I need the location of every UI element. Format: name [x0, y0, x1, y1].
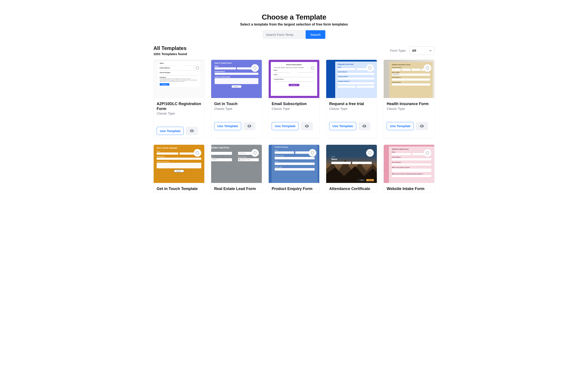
preview-button[interactable]	[243, 122, 255, 130]
favorite-button[interactable]	[424, 149, 431, 157]
heart-icon	[310, 66, 315, 70]
heart-icon	[310, 151, 315, 155]
template-thumbnail: Name Email Address Phone Number Consent …	[154, 60, 204, 98]
preview-button[interactable]	[416, 122, 428, 130]
favorite-button[interactable]	[309, 149, 316, 157]
preview-button[interactable]	[186, 127, 198, 135]
template-title: Get in Touch	[214, 102, 259, 106]
favorite-button[interactable]	[194, 64, 201, 72]
mock-label: Name	[275, 150, 315, 151]
mock-heading: Name	[331, 158, 372, 160]
template-type: Classic Type	[329, 107, 374, 110]
mock-label: Business Email	[275, 155, 315, 156]
preview-button[interactable]	[358, 122, 370, 130]
eye-icon	[420, 124, 424, 128]
chevron-down-icon	[429, 49, 432, 52]
favorite-button[interactable]	[424, 64, 431, 72]
mock-label: Email Address	[392, 156, 431, 158]
eye-icon	[362, 124, 367, 128]
mock-label: Phone Number	[392, 162, 431, 163]
mock-label: ess	[211, 156, 232, 158]
mock-heading: Get in Touch Form	[215, 62, 258, 64]
template-thumbnail: Product Enquiry Name Business Email Phon…	[269, 145, 319, 183]
template-card: Request a free trial Name Email Address*…	[326, 60, 377, 138]
heart-icon	[368, 66, 372, 70]
mock-button: Submit	[366, 179, 374, 181]
use-template-button[interactable]: Use Template	[387, 122, 414, 130]
mock-label: Company Name*	[338, 76, 374, 77]
search-button[interactable]: Search	[305, 30, 325, 39]
form-type-select[interactable]: All	[409, 46, 435, 55]
template-title: Health Insurance Form	[387, 102, 431, 106]
mock-button: Submit ➔	[289, 84, 299, 86]
template-card: Estate Lead Form ess Address Last Name P…	[211, 144, 262, 193]
mock-label: What is your current or intended website…	[392, 173, 431, 175]
mock-label: Phone Number	[238, 156, 259, 158]
template-type: Classic Type	[214, 107, 259, 110]
template-thumbnail: Website Intake Form Name Email Address P…	[384, 145, 434, 183]
template-title: Attendance Certificate	[329, 186, 374, 191]
mock-label: Email Address	[215, 71, 258, 72]
favorite-button[interactable]	[194, 149, 201, 157]
mock-label: Name	[160, 62, 198, 64]
heart-icon	[195, 66, 200, 70]
favorite-button[interactable]	[366, 64, 374, 72]
template-title: Product Enquiry Form	[272, 186, 316, 191]
favorite-button[interactable]	[251, 149, 259, 157]
form-type-label: Form Type:	[390, 49, 406, 52]
template-thumbnail: Estate Lead Form ess Address Last Name P…	[211, 145, 262, 183]
favorite-button[interactable]	[309, 64, 316, 72]
template-card: Name Email Address Phone Number Consent …	[153, 60, 205, 138]
search-input[interactable]	[263, 30, 305, 39]
template-thumbnail: Get in Touch Form Name Email Address Lea…	[211, 60, 262, 98]
mock-label: Select a plan	[275, 166, 315, 168]
heart-icon	[368, 151, 372, 155]
template-thumbnail: Get in Touch Template Name Email Address…	[154, 145, 204, 183]
template-title: Request a free trial	[329, 102, 374, 106]
mock-heading: Product Enquiry	[275, 146, 315, 148]
heart-icon	[195, 151, 200, 155]
mock-label: Consent	[160, 77, 198, 78]
template-type: Classic Type	[387, 107, 431, 110]
heart-icon	[425, 66, 430, 70]
mock-label: Phone Number	[160, 72, 198, 73]
use-template-button[interactable]: Use Template	[329, 122, 356, 130]
mock-text: Get instant updates, every time we share…	[274, 67, 314, 68]
template-thumbnail: Health Insurance Form Proposer Name Date…	[384, 60, 434, 98]
template-type: Classic Type	[157, 112, 201, 115]
use-template-button[interactable]: Use Template	[157, 127, 184, 135]
mock-step: 1 of 1	[331, 156, 372, 157]
template-card: Email Subscription Get instant updates, …	[268, 60, 320, 138]
template-title: Website Intake Form	[387, 186, 431, 191]
section-heading: All Templates	[153, 45, 187, 51]
favorite-button[interactable]	[366, 149, 374, 157]
template-card: Get in Touch Form Name Email Address Lea…	[211, 60, 262, 138]
template-title: Email Subscription	[272, 102, 316, 106]
mock-label: Email Address	[392, 77, 430, 78]
template-card: Website Intake Form Name Email Address P…	[383, 144, 435, 193]
mock-button: Submit ✓	[231, 85, 241, 88]
use-template-button[interactable]: Use Template	[272, 122, 299, 130]
preview-button[interactable]	[301, 122, 313, 130]
template-title: A2P/10DLC Registration Form	[157, 102, 201, 111]
mock-label: Email Address	[160, 67, 198, 69]
page-subtitle: Select a template from the largest selec…	[153, 22, 435, 26]
template-type: Classic Type	[272, 107, 316, 110]
template-card: Product Enquiry Name Business Email Phon…	[268, 144, 320, 193]
mock-button: Submit ➔	[160, 83, 169, 86]
template-title: Get in Touch Template	[157, 186, 201, 191]
template-card: Get in Touch Template Name Email Address…	[153, 144, 205, 193]
mock-heading: Email Subscription	[274, 64, 314, 66]
template-thumbnail: Request a free trial Name Email Address*…	[326, 60, 377, 98]
eye-icon	[304, 124, 309, 128]
use-template-button[interactable]: Use Template	[214, 122, 241, 130]
mock-label: Phone Number	[392, 82, 430, 83]
favorite-button[interactable]	[251, 64, 259, 72]
mock-value: 02/06/2023	[392, 73, 430, 76]
heart-icon	[253, 66, 257, 70]
mock-label: Company Address*	[338, 81, 374, 82]
template-thumbnail: 1 of 1 Name ← Back Submit	[326, 145, 377, 183]
eye-icon	[189, 128, 194, 133]
heart-icon	[253, 151, 257, 155]
template-title: Real Estate Lead Form	[214, 186, 259, 191]
